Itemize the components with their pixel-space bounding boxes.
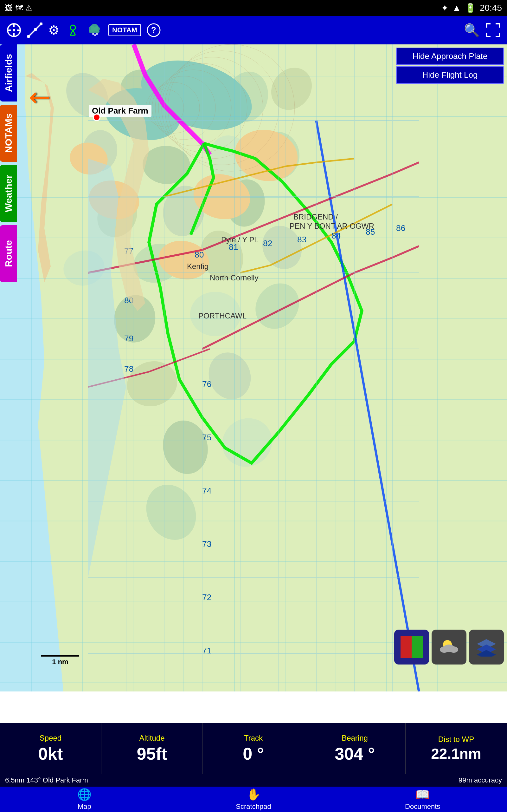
- speed-value: 0kt: [38, 744, 63, 763]
- info-left: 6.5nm 143° Old Park Farm: [5, 776, 88, 784]
- svg-text:86: 86: [396, 223, 405, 233]
- svg-text:?: ?: [151, 25, 156, 35]
- airfields-button[interactable]: Airfields: [0, 44, 17, 101]
- wifi-icon: ▲: [452, 3, 461, 13]
- bottom-bar: 🌐 Map ✋ Scratchpad 📖 Documents: [0, 786, 507, 812]
- svg-rect-17: [89, 30, 100, 33]
- bearing-label: Bearing: [342, 734, 368, 743]
- time-display: 20:45: [480, 3, 502, 13]
- dist-to-wp-stat: Dist to WP 22.1nm: [406, 723, 507, 774]
- svg-text:74: 74: [202, 486, 211, 496]
- map-icon: 🗺: [15, 3, 23, 12]
- svg-text:Kenfig: Kenfig: [187, 262, 209, 270]
- track-value: 0 °: [243, 744, 264, 763]
- svg-text:82: 82: [263, 239, 272, 248]
- svg-text:80: 80: [194, 250, 204, 259]
- svg-point-8: [34, 28, 37, 31]
- track-label: Track: [244, 734, 263, 743]
- refresh-button[interactable]: [6, 22, 21, 38]
- help-button[interactable]: ?: [147, 23, 161, 37]
- weather-side-button[interactable]: Weather: [0, 165, 17, 222]
- scratchpad-tab-label: Scratchpad: [236, 803, 271, 811]
- scale-label: 1 nm: [52, 658, 68, 666]
- map-area[interactable]: Hide Approach Plate Hide Flight Log ↖ Ol…: [0, 44, 507, 692]
- svg-text:75: 75: [202, 433, 211, 442]
- svg-line-11: [70, 30, 73, 35]
- svg-text:BRIDGEND /: BRIDGEND /: [293, 212, 338, 221]
- toolbar-right: 🔍: [464, 22, 501, 38]
- map-type-button[interactable]: [394, 629, 429, 664]
- documents-tab-label: Documents: [405, 803, 440, 811]
- info-right: 99m accuracy: [458, 776, 502, 784]
- svg-point-70: [449, 647, 458, 653]
- altitude-label: Altitude: [139, 734, 164, 743]
- svg-text:PORTHCAWL: PORTHCAWL: [199, 311, 246, 320]
- route-draw-button[interactable]: [27, 22, 43, 38]
- search-button[interactable]: 🔍: [464, 23, 480, 38]
- bottom-actions: [394, 628, 507, 666]
- scale-line: [41, 655, 79, 657]
- svg-text:71: 71: [202, 646, 211, 655]
- map-tab-label: Map: [78, 803, 91, 811]
- warning-icon: ⚠: [25, 3, 32, 12]
- altitude-value: 95ft: [136, 744, 167, 763]
- documents-tab-button[interactable]: 📖 Documents: [338, 786, 507, 812]
- scratchpad-icon: ✋: [246, 788, 261, 801]
- notams-button[interactable]: NOTAMs: [0, 105, 17, 162]
- svg-text:73: 73: [202, 539, 211, 549]
- location-pin: [93, 113, 101, 121]
- map-svg-overlay: 77 80 79 78 80 81 82 83 84 85 86 76 75 7…: [0, 44, 507, 692]
- weather-layer-button[interactable]: [432, 629, 466, 664]
- map-globe-icon: 🌐: [77, 788, 92, 801]
- svg-text:PEN Y BONT AR OGWR: PEN Y BONT AR OGWR: [290, 222, 374, 230]
- hide-approach-plate-button[interactable]: Hide Approach Plate: [396, 48, 504, 65]
- svg-line-12: [73, 30, 75, 35]
- status-bar-left: 🖼 🗺 ⚠: [5, 3, 32, 12]
- svg-line-23: [316, 120, 419, 692]
- stats-bar: Speed 0kt Altitude 95ft Track 0 ° Bearin…: [0, 723, 507, 774]
- dist-to-wp-label: Dist to WP: [438, 735, 474, 744]
- hide-flight-log-button[interactable]: Hide Flight Log: [396, 66, 504, 84]
- route-button[interactable]: Route: [0, 225, 17, 282]
- svg-rect-65: [400, 636, 412, 658]
- dist-to-wp-value: 22.1nm: [431, 745, 481, 762]
- svg-rect-66: [412, 636, 423, 658]
- status-bar: 🖼 🗺 ⚠ ✦ ▲ 🔋 20:45: [0, 0, 507, 16]
- svg-text:Pyle / Y Pl.: Pyle / Y Pl.: [221, 235, 258, 244]
- svg-point-10: [70, 25, 75, 30]
- waypoint-button[interactable]: [65, 22, 80, 38]
- fullscreen-button[interactable]: [486, 22, 501, 38]
- svg-point-19: [94, 34, 96, 36]
- svg-text:78: 78: [124, 364, 133, 374]
- toolbar-left: ⚙ NOTAM ?: [6, 22, 161, 38]
- altitude-stat: Altitude 95ft: [101, 723, 203, 774]
- bearing-stat: Bearing 304 °: [304, 723, 406, 774]
- speed-stat: Speed 0kt: [0, 723, 101, 774]
- svg-marker-73: [477, 650, 496, 657]
- svg-point-1: [13, 29, 15, 32]
- svg-text:83: 83: [297, 235, 306, 244]
- status-bar-right: ✦ ▲ 🔋 20:45: [441, 3, 502, 13]
- documents-icon: 📖: [415, 788, 430, 801]
- battery-icon: 🔋: [465, 3, 476, 13]
- bearing-value: 304 °: [335, 744, 375, 763]
- svg-text:76: 76: [202, 379, 211, 389]
- toolbar: ⚙ NOTAM ? 🔍: [0, 16, 507, 44]
- map-dropdown: Hide Approach Plate Hide Flight Log: [396, 48, 504, 84]
- notam-button[interactable]: NOTAM: [108, 24, 141, 36]
- bluetooth-icon: ✦: [441, 3, 448, 13]
- track-stat: Track 0 °: [203, 723, 304, 774]
- scratchpad-tab-button[interactable]: ✋ Scratchpad: [169, 786, 338, 812]
- map-tab-button[interactable]: 🌐 Map: [0, 786, 169, 812]
- svg-point-18: [92, 33, 94, 35]
- svg-text:72: 72: [202, 593, 211, 602]
- settings-button[interactable]: ⚙: [48, 23, 60, 38]
- info-bar: 6.5nm 143° Old Park Farm 99m accuracy: [0, 774, 507, 786]
- speed-label: Speed: [40, 734, 61, 743]
- layers-button[interactable]: [469, 629, 504, 664]
- svg-text:79: 79: [124, 334, 133, 343]
- weather-button[interactable]: [86, 22, 103, 38]
- svg-text:84: 84: [331, 231, 341, 241]
- scale-bar: 1 nm: [41, 655, 79, 666]
- photo-icon: 🖼: [5, 3, 13, 12]
